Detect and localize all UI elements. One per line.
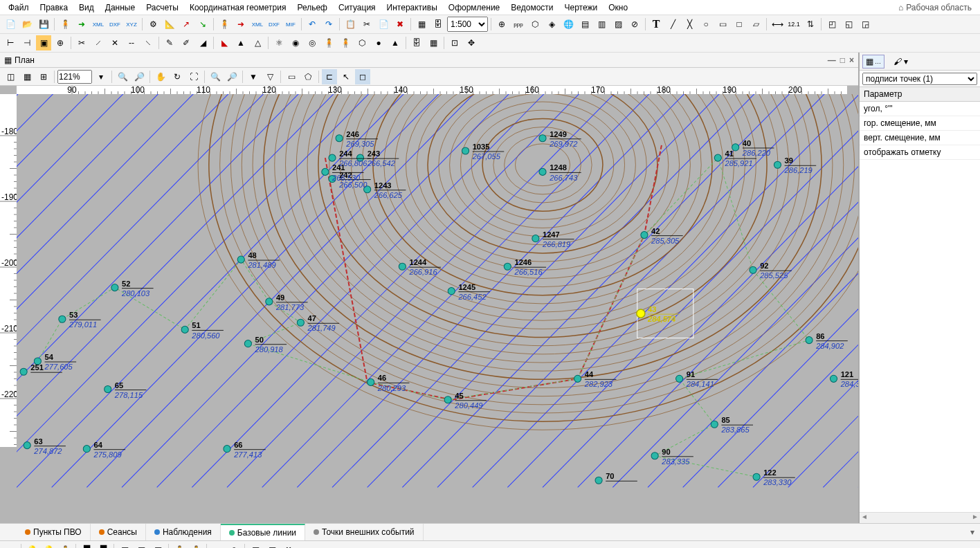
- draw-rect2-icon[interactable]: □: [732, 17, 747, 32]
- menu-edit[interactable]: Правка: [35, 1, 74, 14]
- tool-icon-4[interactable]: ◈: [544, 17, 559, 32]
- filter-icon[interactable]: ▼: [246, 69, 261, 84]
- snap-grid-icon[interactable]: ⊡: [447, 35, 462, 51]
- tt-tool5-icon[interactable]: ◲: [150, 542, 165, 549]
- calc-icon[interactable]: ⚙: [145, 17, 161, 32]
- relief-icon-3[interactable]: △: [250, 35, 265, 51]
- export-arrow-icon[interactable]: ➜: [233, 17, 248, 32]
- menu-interactive[interactable]: Интерактивы: [381, 1, 443, 14]
- filter2-icon[interactable]: ▽: [262, 69, 278, 84]
- tab-Базовые линии[interactable]: Базовые линии: [221, 524, 305, 540]
- paste-icon[interactable]: 📄: [376, 17, 391, 32]
- menu-design[interactable]: Оформление: [443, 1, 505, 14]
- pan-icon[interactable]: ✋: [153, 69, 168, 84]
- undo-icon[interactable]: ↶: [305, 17, 320, 32]
- tt-circle2-icon[interactable]: ◉: [226, 542, 242, 549]
- grid-icon[interactable]: ▦: [414, 17, 429, 32]
- tool-icon-9[interactable]: ⊘: [627, 17, 642, 32]
- workspace-switcher[interactable]: ⌂ Рабочая область: [898, 3, 977, 12]
- arrow-red-icon[interactable]: ↗: [179, 17, 194, 32]
- snap-icon-2[interactable]: ⊣: [19, 35, 35, 51]
- proc-icon-2[interactable]: ◉: [288, 35, 303, 51]
- open-file-icon[interactable]: 📂: [19, 17, 35, 32]
- tt-tool3-icon[interactable]: ◰: [117, 542, 132, 549]
- zoom-dropdown-icon[interactable]: ▾: [93, 69, 109, 84]
- draw-rect-icon[interactable]: ▭: [715, 17, 730, 32]
- calc2-icon[interactable]: 📐: [162, 17, 177, 32]
- win-icon-1[interactable]: ◰: [824, 17, 840, 32]
- table-icon[interactable]: ▦: [426, 35, 441, 51]
- zoom-in-icon[interactable]: 🔍: [115, 69, 130, 84]
- proc-icon-7[interactable]: ●: [371, 35, 386, 51]
- tab-Точки внешних событий[interactable]: Точки внешних событий: [305, 524, 424, 540]
- save-file-icon[interactable]: 💾: [36, 17, 51, 32]
- relief-icon-2[interactable]: ▲: [233, 35, 248, 51]
- tool-icon-7[interactable]: ▥: [594, 17, 609, 32]
- tt-settings-icon[interactable]: ✖: [281, 542, 296, 549]
- select-poly-icon[interactable]: ⬠: [300, 69, 316, 84]
- menu-file[interactable]: Файл: [3, 1, 35, 14]
- new-file-icon[interactable]: 📄: [3, 17, 18, 32]
- tt-select-icon[interactable]: ↖: [3, 542, 18, 549]
- edit-icon-6[interactable]: ✎: [162, 35, 177, 51]
- props-tab-table[interactable]: ▦ …: [862, 55, 884, 68]
- tt-bulb-icon[interactable]: 💡: [24, 542, 39, 549]
- tool-icon-2[interactable]: ppp: [511, 17, 526, 32]
- export-person-icon[interactable]: 🧍: [217, 17, 232, 32]
- snap-icon-1[interactable]: ⊢: [3, 35, 18, 51]
- tt-person3-icon[interactable]: 🧍: [188, 542, 203, 549]
- import-xyz-icon[interactable]: XYZ: [124, 17, 139, 32]
- import-arrow-icon[interactable]: ➜: [74, 17, 89, 32]
- import-person-icon[interactable]: 🧍: [57, 17, 73, 32]
- dim-icon-3[interactable]: ⇅: [803, 17, 818, 32]
- tool-icon-8[interactable]: ▨: [610, 17, 626, 32]
- tabs-menu-icon[interactable]: ▾: [970, 527, 974, 537]
- props-row[interactable]: отображать отметку: [860, 145, 980, 160]
- props-filter-select[interactable]: подписи точек (1): [862, 73, 977, 85]
- tt-person2-icon[interactable]: 🧍: [172, 542, 187, 549]
- fit-icon[interactable]: ⛶: [186, 69, 201, 84]
- props-row[interactable]: гор. смещение, мм: [860, 116, 980, 131]
- mode-3-icon[interactable]: ◻: [355, 69, 370, 84]
- tt-table-icon[interactable]: ▦: [264, 542, 280, 549]
- delete-icon[interactable]: ✖: [392, 17, 408, 32]
- plan-tool-3[interactable]: ⊞: [36, 69, 51, 84]
- snap-icon-3[interactable]: ▣: [36, 35, 51, 51]
- proc-icon-6[interactable]: ⬡: [354, 35, 370, 51]
- snap-icon-4[interactable]: ⊕: [53, 35, 68, 51]
- edit-icon-2[interactable]: ⟋: [91, 35, 106, 51]
- db-icon[interactable]: 🗄: [430, 17, 446, 32]
- tool-icon-6[interactable]: ▤: [577, 17, 592, 32]
- draw-polyline-icon[interactable]: ╳: [682, 17, 697, 32]
- zoom-prev-icon[interactable]: 🔎: [224, 69, 239, 84]
- maximize-icon[interactable]: □: [840, 55, 845, 65]
- tt-tool1-icon[interactable]: ▛: [79, 542, 94, 549]
- snap-move-icon[interactable]: ✥: [464, 35, 479, 51]
- rotate-icon[interactable]: ↻: [170, 69, 185, 84]
- proc-icon-8[interactable]: ▲: [388, 35, 403, 51]
- tt-bulb2-icon[interactable]: 💡: [41, 542, 56, 549]
- dim-icon-2[interactable]: 12.1: [786, 17, 801, 32]
- plan-tool-1[interactable]: ◫: [3, 69, 18, 84]
- menu-relief[interactable]: Рельеф: [291, 1, 333, 14]
- draw-rect3-icon[interactable]: ▱: [748, 17, 763, 32]
- dim-icon-1[interactable]: ⟷: [770, 17, 785, 32]
- export-mif-icon[interactable]: MIF: [283, 17, 298, 32]
- menu-drawings[interactable]: Чертежи: [559, 1, 604, 14]
- plan-canvas[interactable]: 90100110120130140150160170180190200 -180…: [0, 86, 858, 523]
- arrow-green-icon[interactable]: ↘: [195, 17, 210, 32]
- tab-Наблюдения[interactable]: Наблюдения: [146, 524, 221, 540]
- text-tool-icon[interactable]: T: [648, 17, 664, 32]
- export-xml-icon[interactable]: XML: [250, 17, 265, 32]
- tab-Пункты ПВО[interactable]: Пункты ПВО: [17, 524, 91, 540]
- redo-icon[interactable]: ↷: [321, 17, 336, 32]
- copy-icon[interactable]: 📋: [343, 17, 358, 32]
- tt-circle1-icon[interactable]: ●: [210, 542, 225, 549]
- zoom-window-icon[interactable]: 🔍: [208, 69, 223, 84]
- edit-icon-5[interactable]: ⟍: [140, 35, 156, 51]
- proc-icon-1[interactable]: ⚛: [271, 35, 287, 51]
- props-h-scrollbar[interactable]: [860, 512, 980, 523]
- scale-select[interactable]: 1:5001:10001:2000: [447, 17, 488, 32]
- edit-icon-7[interactable]: ✐: [179, 35, 194, 51]
- minimize-icon[interactable]: —: [828, 55, 836, 65]
